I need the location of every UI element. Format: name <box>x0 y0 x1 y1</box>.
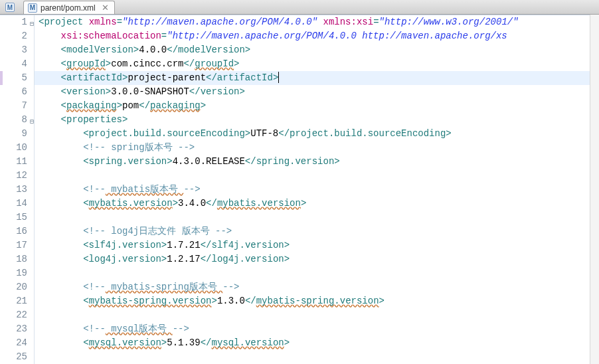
code-line[interactable] <box>35 350 599 364</box>
line-number: 8 <box>0 113 27 127</box>
code-line[interactable]: <mybatis.version>3.4.0</mybatis.version> <box>35 197 599 211</box>
line-number: 4 <box>0 57 27 71</box>
line-number: 14 <box>0 197 27 211</box>
code-line[interactable]: <spring.version>4.3.0.RELEASE</spring.ve… <box>35 155 599 169</box>
line-number: 1 <box>0 15 27 29</box>
line-number: 15 <box>0 211 27 225</box>
overview-ruler <box>590 15 599 364</box>
line-number: 25 <box>0 350 27 364</box>
line-number: 13 <box>0 183 27 197</box>
code-line[interactable] <box>35 211 599 225</box>
code-line[interactable]: <modelVersion>4.0.0</modelVersion> <box>35 43 599 57</box>
line-number: 10 <box>0 141 27 155</box>
line-number: 11 <box>0 155 27 169</box>
line-number: 2 <box>0 29 27 43</box>
line-number: 7 <box>0 99 27 113</box>
tab-title: parent/pom.xml <box>41 3 96 13</box>
line-number: 21 <box>0 294 27 308</box>
code-line[interactable]: <packaging>pom</packaging> <box>35 99 599 113</box>
tab-parent-pom[interactable]: M parent/pom.xml ✕ <box>23 1 115 14</box>
line-number: 3 <box>0 43 27 57</box>
code-line[interactable]: <version>3.0.0-SNAPSHOT</version> <box>35 85 599 99</box>
line-number-gutter: 1234567891011121314151617181920212223242… <box>0 15 35 364</box>
line-number: 23 <box>0 322 27 336</box>
code-line[interactable]: <artifactId>project-parent</artifactId> <box>35 71 599 85</box>
code-line[interactable]: xsi:schemaLocation="http://maven.apache.… <box>35 29 599 43</box>
tab-bar: M parent/pom.xml ✕ <box>0 0 599 15</box>
line-number: 17 <box>0 238 27 252</box>
code-line[interactable]: <!-- mysql版本号 --> <box>35 322 599 336</box>
code-line[interactable] <box>35 169 599 183</box>
maven-file-icon: M <box>28 3 37 13</box>
code-line[interactable]: <!-- mybatis版本号 --> <box>35 183 599 197</box>
code-line[interactable]: <!-- log4j日志文件 版本号 --> <box>35 225 599 238</box>
line-number: 12 <box>0 169 27 183</box>
code-line[interactable]: <log4j.version>1.2.17</log4j.version> <box>35 252 599 266</box>
line-number: 5 <box>0 71 27 85</box>
code-line[interactable]: <!-- mybatis-spring版本号 --> <box>35 280 599 294</box>
code-line[interactable]: <project xmlns="http://maven.apache.org/… <box>35 15 599 29</box>
code-line[interactable]: <slf4j.version>1.7.21</slf4j.version> <box>35 238 599 252</box>
code-line[interactable]: <project.build.sourceEncoding>UTF-8</pro… <box>35 127 599 141</box>
code-line[interactable] <box>35 266 599 280</box>
line-number: 22 <box>0 308 27 322</box>
text-cursor <box>278 72 279 83</box>
editor[interactable]: 1234567891011121314151617181920212223242… <box>0 15 599 364</box>
code-line[interactable]: <mysql.version>5.1.39</mysql.version> <box>35 336 599 350</box>
line-number: 19 <box>0 266 27 280</box>
code-line[interactable]: <properties> <box>35 113 599 127</box>
line-number: 9 <box>0 127 27 141</box>
code-line[interactable] <box>35 308 599 322</box>
code-line[interactable]: <groupId>com.cincc.crm</groupId> <box>35 57 599 71</box>
line-number: 16 <box>0 225 27 238</box>
line-number: 6 <box>0 85 27 99</box>
code-line[interactable]: <mybatis-spring.version>1.3.0</mybatis-s… <box>35 294 599 308</box>
line-number: 18 <box>0 252 27 266</box>
code-line[interactable]: <!-- spring版本号 --> <box>35 141 599 155</box>
code-area[interactable]: <project xmlns="http://maven.apache.org/… <box>35 15 599 364</box>
line-number: 24 <box>0 336 27 350</box>
close-icon[interactable]: ✕ <box>102 3 109 13</box>
line-number: 20 <box>0 280 27 294</box>
maven-file-icon: M <box>5 3 15 12</box>
